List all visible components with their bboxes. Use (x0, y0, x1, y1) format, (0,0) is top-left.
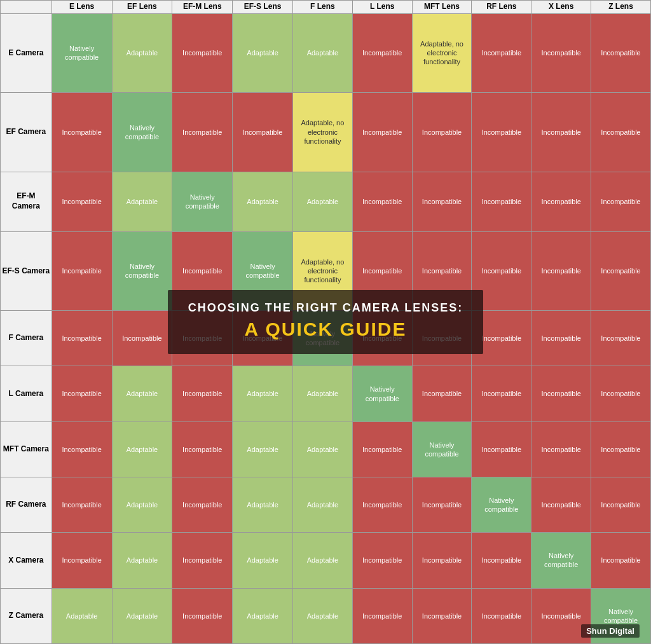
table-row: L CameraIncompatibleAdaptableIncompatibl… (1, 366, 651, 421)
table-cell: Adaptable (233, 533, 293, 588)
table-cell: Incompatible (233, 93, 293, 172)
table-cell: Incompatible (51, 366, 112, 421)
table-cell: Incompatible (472, 533, 531, 588)
table-cell: Incompatible (51, 477, 112, 532)
table-cell: Adaptable (112, 533, 172, 588)
table-cell: Natively compatible (51, 13, 112, 92)
table-cell: Incompatible (531, 366, 591, 421)
row-header-mft-camera: MFT Camera (1, 421, 52, 477)
row-header-ef-m-camera: EF-M Camera (1, 172, 52, 231)
table-cell: Incompatible (352, 93, 412, 172)
table-cell: Incompatible (51, 231, 112, 310)
table-cell: Natively compatible (233, 231, 293, 310)
table-cell: Incompatible (112, 311, 172, 366)
table-cell: Adaptable (112, 477, 172, 532)
col-header-e-lens: E Lens (51, 1, 112, 14)
table-cell: Incompatible (352, 421, 412, 477)
table-cell: Natively compatible (112, 231, 172, 310)
table-cell: Incompatible (352, 172, 412, 231)
table-cell: Incompatible (591, 477, 651, 532)
row-header-z-camera: Z Camera (1, 588, 52, 643)
table-cell: Incompatible (531, 311, 591, 366)
table-cell: Incompatible (591, 172, 651, 231)
col-header-ef-s-lens: EF-S Lens (233, 1, 293, 14)
table-cell: Incompatible (51, 93, 112, 172)
table-cell: Incompatible (472, 231, 531, 310)
table-cell: Adaptable (293, 588, 353, 643)
table-cell: Adaptable (293, 421, 353, 477)
table-cell: Incompatible (472, 13, 531, 92)
table-cell: Natively compatible (172, 172, 233, 231)
table-cell: Adaptable, no electronic functionality (293, 93, 353, 172)
table-cell: Adaptable (112, 13, 172, 92)
table-cell: Incompatible (51, 172, 112, 231)
table-row: EF-S CameraIncompatibleNatively compatib… (1, 231, 651, 310)
table-cell: Incompatible (352, 588, 412, 643)
table-cell: Incompatible (472, 172, 531, 231)
table-cell: Adaptable (112, 588, 172, 643)
table-row: EF-M CameraIncompatibleAdaptableNatively… (1, 172, 651, 231)
table-cell: Adaptable (293, 366, 353, 421)
table-cell: Incompatible (591, 13, 651, 92)
table-cell: Adaptable (233, 588, 293, 643)
table-cell: Incompatible (172, 311, 233, 366)
table-cell: Incompatible (352, 13, 412, 92)
table-cell: Incompatible (591, 231, 651, 310)
table-cell: Adaptable (293, 172, 353, 231)
table-cell: Incompatible (472, 366, 531, 421)
table-cell: Adaptable, no electronic functionality (293, 231, 353, 310)
table-cell: Adaptable (112, 421, 172, 477)
table-cell: Incompatible (352, 533, 412, 588)
table-cell: Incompatible (412, 311, 472, 366)
table-cell: Adaptable, no electronic functionality (412, 13, 472, 92)
table-cell: Adaptable (293, 477, 353, 532)
table-cell: Incompatible (412, 366, 472, 421)
table-cell: Incompatible (591, 533, 651, 588)
table-cell: Incompatible (531, 477, 591, 532)
table-row: RF CameraIncompatibleAdaptableIncompatib… (1, 477, 651, 532)
table-row: F CameraIncompatibleIncompatibleIncompat… (1, 311, 651, 366)
table-cell: Incompatible (472, 311, 531, 366)
table-cell: Incompatible (233, 311, 293, 366)
corner-header (1, 1, 52, 14)
table-cell: Incompatible (591, 311, 651, 366)
row-header-x-camera: X Camera (1, 533, 52, 588)
row-header-e-camera: E Camera (1, 13, 52, 92)
table-cell: Incompatible (51, 533, 112, 588)
table-cell: Natively compatible (112, 93, 172, 172)
table-cell: Incompatible (172, 366, 233, 421)
table-cell: Adaptable (293, 13, 353, 92)
table-row: EF CameraIncompatibleNatively compatible… (1, 93, 651, 172)
table-cell: Adaptable (293, 533, 353, 588)
table-cell: Natively compatible (352, 366, 412, 421)
table-cell: Incompatible (352, 477, 412, 532)
table-cell: Incompatible (412, 93, 472, 172)
table-cell: Incompatible (531, 93, 591, 172)
table-cell: Incompatible (472, 588, 531, 643)
table-container: E LensEF LensEF-M LensEF-S LensF LensL L… (0, 0, 651, 644)
table-cell: Incompatible (412, 231, 472, 310)
table-cell: Adaptable (233, 13, 293, 92)
table-cell: Adaptable (112, 366, 172, 421)
table-cell: Natively compatible (293, 311, 353, 366)
table-cell: Incompatible (352, 311, 412, 366)
row-header-rf-camera: RF Camera (1, 477, 52, 532)
table-cell: Incompatible (472, 421, 531, 477)
table-cell: Natively compatible (531, 533, 591, 588)
table-cell: Incompatible (51, 421, 112, 477)
table-cell: Incompatible (172, 13, 233, 92)
col-header-mft-lens: MFT Lens (412, 1, 472, 14)
col-header-x-lens: X Lens (531, 1, 591, 14)
row-header-ef-camera: EF Camera (1, 93, 52, 172)
col-header-ef-lens: EF Lens (112, 1, 172, 14)
table-cell: Incompatible (412, 588, 472, 643)
table-cell: Incompatible (412, 533, 472, 588)
table-cell: Incompatible (172, 477, 233, 532)
table-cell: Natively compatible (591, 588, 651, 643)
table-cell: Incompatible (412, 172, 472, 231)
table-cell: Adaptable (233, 477, 293, 532)
compatibility-table: E LensEF LensEF-M LensEF-S LensF LensL L… (0, 0, 651, 644)
table-cell: Incompatible (472, 93, 531, 172)
table-cell: Incompatible (591, 93, 651, 172)
table-cell: Incompatible (172, 93, 233, 172)
